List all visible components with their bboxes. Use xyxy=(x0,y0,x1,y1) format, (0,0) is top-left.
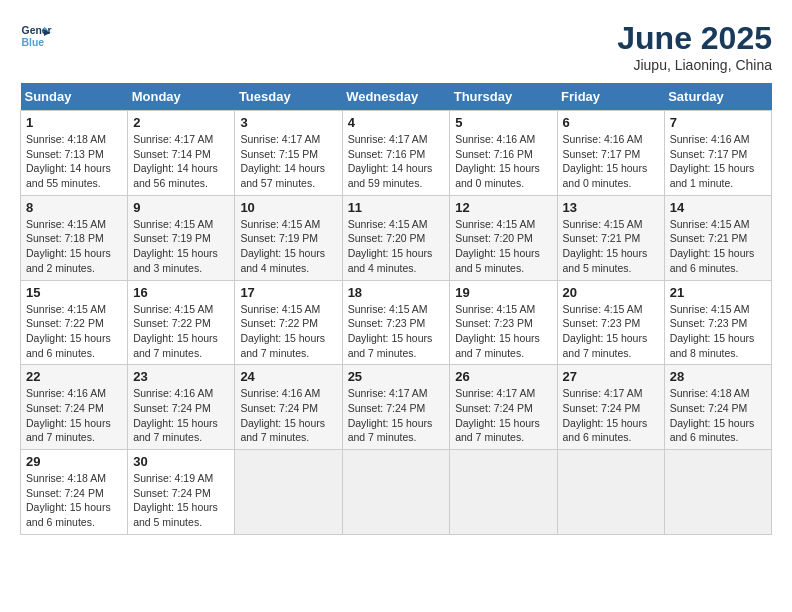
day-number: 26 xyxy=(455,369,551,384)
calendar-week-row: 1 Sunrise: 4:18 AM Sunset: 7:13 PM Dayli… xyxy=(21,111,772,196)
day-info: Sunrise: 4:17 AM Sunset: 7:14 PM Dayligh… xyxy=(133,132,229,191)
day-number: 15 xyxy=(26,285,122,300)
day-number: 1 xyxy=(26,115,122,130)
table-row: 2 Sunrise: 4:17 AM Sunset: 7:14 PM Dayli… xyxy=(128,111,235,196)
table-row: 1 Sunrise: 4:18 AM Sunset: 7:13 PM Dayli… xyxy=(21,111,128,196)
table-row: 14 Sunrise: 4:15 AM Sunset: 7:21 PM Dayl… xyxy=(664,195,771,280)
day-number: 19 xyxy=(455,285,551,300)
logo-icon: General Blue xyxy=(20,20,52,52)
table-row xyxy=(235,450,342,535)
table-row: 6 Sunrise: 4:16 AM Sunset: 7:17 PM Dayli… xyxy=(557,111,664,196)
day-info: Sunrise: 4:16 AM Sunset: 7:24 PM Dayligh… xyxy=(26,386,122,445)
day-number: 28 xyxy=(670,369,766,384)
calendar-table: Sunday Monday Tuesday Wednesday Thursday… xyxy=(20,83,772,535)
day-number: 11 xyxy=(348,200,445,215)
day-number: 7 xyxy=(670,115,766,130)
day-number: 27 xyxy=(563,369,659,384)
day-info: Sunrise: 4:15 AM Sunset: 7:23 PM Dayligh… xyxy=(563,302,659,361)
day-number: 4 xyxy=(348,115,445,130)
page-header: General Blue June 2025 Jiupu, Liaoning, … xyxy=(20,20,772,73)
day-number: 22 xyxy=(26,369,122,384)
day-info: Sunrise: 4:15 AM Sunset: 7:22 PM Dayligh… xyxy=(133,302,229,361)
day-number: 17 xyxy=(240,285,336,300)
day-number: 13 xyxy=(563,200,659,215)
day-info: Sunrise: 4:15 AM Sunset: 7:23 PM Dayligh… xyxy=(455,302,551,361)
day-info: Sunrise: 4:15 AM Sunset: 7:22 PM Dayligh… xyxy=(26,302,122,361)
day-info: Sunrise: 4:16 AM Sunset: 7:17 PM Dayligh… xyxy=(563,132,659,191)
table-row: 9 Sunrise: 4:15 AM Sunset: 7:19 PM Dayli… xyxy=(128,195,235,280)
table-row: 21 Sunrise: 4:15 AM Sunset: 7:23 PM Dayl… xyxy=(664,280,771,365)
day-number: 23 xyxy=(133,369,229,384)
header-monday: Monday xyxy=(128,83,235,111)
day-number: 6 xyxy=(563,115,659,130)
day-info: Sunrise: 4:15 AM Sunset: 7:19 PM Dayligh… xyxy=(133,217,229,276)
table-row xyxy=(557,450,664,535)
day-info: Sunrise: 4:15 AM Sunset: 7:19 PM Dayligh… xyxy=(240,217,336,276)
table-row xyxy=(342,450,450,535)
day-info: Sunrise: 4:17 AM Sunset: 7:24 PM Dayligh… xyxy=(348,386,445,445)
day-number: 9 xyxy=(133,200,229,215)
day-number: 25 xyxy=(348,369,445,384)
table-row: 26 Sunrise: 4:17 AM Sunset: 7:24 PM Dayl… xyxy=(450,365,557,450)
day-info: Sunrise: 4:15 AM Sunset: 7:21 PM Dayligh… xyxy=(563,217,659,276)
day-info: Sunrise: 4:15 AM Sunset: 7:20 PM Dayligh… xyxy=(348,217,445,276)
day-number: 12 xyxy=(455,200,551,215)
table-row: 16 Sunrise: 4:15 AM Sunset: 7:22 PM Dayl… xyxy=(128,280,235,365)
table-row: 5 Sunrise: 4:16 AM Sunset: 7:16 PM Dayli… xyxy=(450,111,557,196)
table-row: 24 Sunrise: 4:16 AM Sunset: 7:24 PM Dayl… xyxy=(235,365,342,450)
day-info: Sunrise: 4:15 AM Sunset: 7:21 PM Dayligh… xyxy=(670,217,766,276)
table-row: 30 Sunrise: 4:19 AM Sunset: 7:24 PM Dayl… xyxy=(128,450,235,535)
table-row: 27 Sunrise: 4:17 AM Sunset: 7:24 PM Dayl… xyxy=(557,365,664,450)
calendar-week-row: 29 Sunrise: 4:18 AM Sunset: 7:24 PM Dayl… xyxy=(21,450,772,535)
table-row: 7 Sunrise: 4:16 AM Sunset: 7:17 PM Dayli… xyxy=(664,111,771,196)
day-number: 21 xyxy=(670,285,766,300)
day-info: Sunrise: 4:15 AM Sunset: 7:18 PM Dayligh… xyxy=(26,217,122,276)
table-row xyxy=(450,450,557,535)
title-block: June 2025 Jiupu, Liaoning, China xyxy=(617,20,772,73)
table-row: 10 Sunrise: 4:15 AM Sunset: 7:19 PM Dayl… xyxy=(235,195,342,280)
day-number: 5 xyxy=(455,115,551,130)
header-thursday: Thursday xyxy=(450,83,557,111)
svg-text:Blue: Blue xyxy=(22,37,45,48)
table-row: 13 Sunrise: 4:15 AM Sunset: 7:21 PM Dayl… xyxy=(557,195,664,280)
day-header-row: Sunday Monday Tuesday Wednesday Thursday… xyxy=(21,83,772,111)
logo: General Blue xyxy=(20,20,52,52)
day-number: 29 xyxy=(26,454,122,469)
header-wednesday: Wednesday xyxy=(342,83,450,111)
day-info: Sunrise: 4:18 AM Sunset: 7:13 PM Dayligh… xyxy=(26,132,122,191)
table-row xyxy=(664,450,771,535)
table-row: 20 Sunrise: 4:15 AM Sunset: 7:23 PM Dayl… xyxy=(557,280,664,365)
day-info: Sunrise: 4:16 AM Sunset: 7:16 PM Dayligh… xyxy=(455,132,551,191)
day-number: 3 xyxy=(240,115,336,130)
day-info: Sunrise: 4:17 AM Sunset: 7:15 PM Dayligh… xyxy=(240,132,336,191)
table-row: 29 Sunrise: 4:18 AM Sunset: 7:24 PM Dayl… xyxy=(21,450,128,535)
day-info: Sunrise: 4:17 AM Sunset: 7:24 PM Dayligh… xyxy=(455,386,551,445)
table-row: 23 Sunrise: 4:16 AM Sunset: 7:24 PM Dayl… xyxy=(128,365,235,450)
table-row: 4 Sunrise: 4:17 AM Sunset: 7:16 PM Dayli… xyxy=(342,111,450,196)
calendar-week-row: 22 Sunrise: 4:16 AM Sunset: 7:24 PM Dayl… xyxy=(21,365,772,450)
header-sunday: Sunday xyxy=(21,83,128,111)
day-info: Sunrise: 4:16 AM Sunset: 7:17 PM Dayligh… xyxy=(670,132,766,191)
table-row: 18 Sunrise: 4:15 AM Sunset: 7:23 PM Dayl… xyxy=(342,280,450,365)
day-number: 2 xyxy=(133,115,229,130)
day-info: Sunrise: 4:15 AM Sunset: 7:20 PM Dayligh… xyxy=(455,217,551,276)
day-number: 10 xyxy=(240,200,336,215)
day-number: 14 xyxy=(670,200,766,215)
calendar-subtitle: Jiupu, Liaoning, China xyxy=(617,57,772,73)
calendar-title: June 2025 xyxy=(617,20,772,57)
day-info: Sunrise: 4:17 AM Sunset: 7:16 PM Dayligh… xyxy=(348,132,445,191)
day-info: Sunrise: 4:16 AM Sunset: 7:24 PM Dayligh… xyxy=(133,386,229,445)
table-row: 8 Sunrise: 4:15 AM Sunset: 7:18 PM Dayli… xyxy=(21,195,128,280)
table-row: 12 Sunrise: 4:15 AM Sunset: 7:20 PM Dayl… xyxy=(450,195,557,280)
day-number: 16 xyxy=(133,285,229,300)
header-friday: Friday xyxy=(557,83,664,111)
day-number: 24 xyxy=(240,369,336,384)
calendar-week-row: 8 Sunrise: 4:15 AM Sunset: 7:18 PM Dayli… xyxy=(21,195,772,280)
header-tuesday: Tuesday xyxy=(235,83,342,111)
day-info: Sunrise: 4:18 AM Sunset: 7:24 PM Dayligh… xyxy=(670,386,766,445)
table-row: 22 Sunrise: 4:16 AM Sunset: 7:24 PM Dayl… xyxy=(21,365,128,450)
day-number: 8 xyxy=(26,200,122,215)
table-row: 17 Sunrise: 4:15 AM Sunset: 7:22 PM Dayl… xyxy=(235,280,342,365)
table-row: 15 Sunrise: 4:15 AM Sunset: 7:22 PM Dayl… xyxy=(21,280,128,365)
table-row: 25 Sunrise: 4:17 AM Sunset: 7:24 PM Dayl… xyxy=(342,365,450,450)
